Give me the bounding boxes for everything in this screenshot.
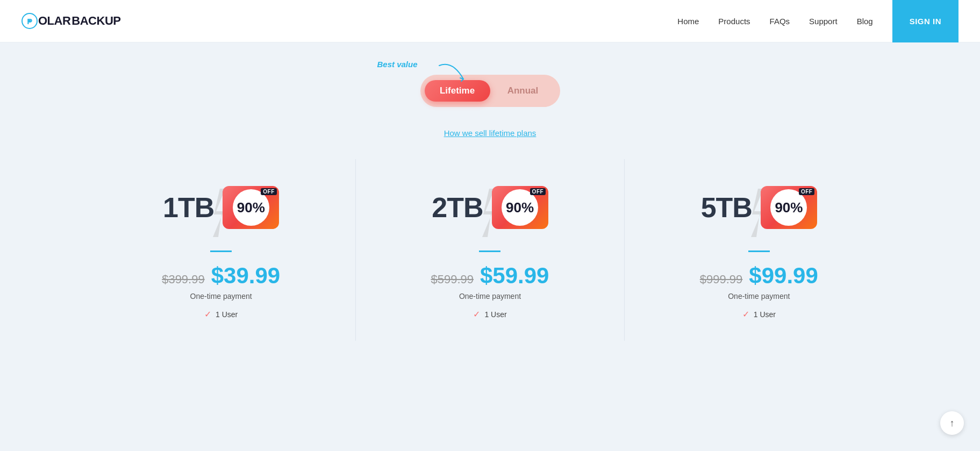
payment-type-1: One-time payment xyxy=(459,292,521,300)
payment-type-2: One-time payment xyxy=(728,292,790,300)
best-value-arrow xyxy=(437,63,469,84)
toggle-annual[interactable]: Annual xyxy=(490,80,556,102)
discount-pct-0: 90% xyxy=(237,201,265,214)
user-check-2: ✓ 1 User xyxy=(742,309,776,319)
original-price-0: $399.99 xyxy=(162,273,205,287)
how-we-sell-link[interactable]: How we sell lifetime plans xyxy=(444,128,537,138)
discount-circle-1: 90% OFF xyxy=(502,189,538,226)
header: P OLAR BACKUP Home Products FAQs Support… xyxy=(0,0,980,42)
nav-support[interactable]: Support xyxy=(809,17,838,26)
discount-pct-1: 90% xyxy=(506,201,534,214)
main-nav: Home Products FAQs Support Blog SIGN IN xyxy=(677,0,958,42)
plan-badge-0: 1TB 90% OFF xyxy=(163,181,279,234)
card-divider-0 xyxy=(210,250,232,252)
sale-price-2: $99.99 xyxy=(749,263,818,289)
check-icon-1: ✓ xyxy=(473,309,480,319)
pricing-cards-container: 1TB 90% OFF $399.99 $39 xyxy=(87,159,893,341)
plan-badge-2: 5TB 90% OFF xyxy=(701,181,817,234)
best-value-label: Best value xyxy=(377,60,418,69)
discount-tag-2: 90% OFF xyxy=(761,186,817,229)
discount-off-label-2: OFF xyxy=(799,188,815,195)
discount-tag-0: 90% OFF xyxy=(223,186,279,229)
pricing-card-5tb: 5TB 90% OFF $999.99 $99 xyxy=(625,159,893,341)
user-count-0: 1 User xyxy=(216,310,238,319)
main-content: Best value Lifetime Annual How we sell l… xyxy=(0,42,980,451)
signin-button[interactable]: SIGN IN xyxy=(892,0,958,42)
check-icon-0: ✓ xyxy=(204,309,211,319)
plan-badge-1: 2TB 90% OFF xyxy=(432,181,548,234)
pricing-card-1tb: 1TB 90% OFF $399.99 $39 xyxy=(87,159,356,341)
logo-p-circle: P xyxy=(22,13,38,29)
discount-off-label-0: OFF xyxy=(261,188,277,195)
discount-circle-0: 90% OFF xyxy=(233,189,269,226)
sale-price-0: $39.99 xyxy=(211,263,280,289)
discount-circle-2: 90% OFF xyxy=(770,189,807,226)
nav-home[interactable]: Home xyxy=(677,17,699,26)
nav-products[interactable]: Products xyxy=(718,17,750,26)
discount-pct-2: 90% xyxy=(775,201,803,214)
user-count-1: 1 User xyxy=(484,310,506,319)
user-check-1: ✓ 1 User xyxy=(473,309,506,319)
badge-group-2: 90% OFF xyxy=(761,186,817,229)
discount-tag-1: 90% OFF xyxy=(492,186,548,229)
card-divider-1 xyxy=(479,250,500,252)
nav-blog[interactable]: Blog xyxy=(857,17,873,26)
badge-group-1: 90% OFF xyxy=(492,186,548,229)
payment-type-0: One-time payment xyxy=(190,292,252,300)
badge-group-0: 90% OFF xyxy=(223,186,279,229)
scroll-to-top-button[interactable]: ↑ xyxy=(940,411,964,435)
pricing-card-2tb: 2TB 90% OFF $599.99 $59 xyxy=(356,159,625,341)
logo-polar-text: OLAR xyxy=(38,14,70,28)
original-price-1: $599.99 xyxy=(431,273,474,287)
plan-toggle-wrapper: Best value Lifetime Annual xyxy=(420,75,560,107)
discount-off-label-1: OFF xyxy=(530,188,546,195)
price-row-1: $599.99 $59.99 xyxy=(431,263,549,289)
sale-price-1: $59.99 xyxy=(480,263,549,289)
user-check-0: ✓ 1 User xyxy=(204,309,238,319)
original-price-2: $999.99 xyxy=(700,273,743,287)
logo: P OLAR BACKUP xyxy=(22,13,120,29)
check-icon-2: ✓ xyxy=(742,309,749,319)
logo-backup-text: BACKUP xyxy=(71,14,120,28)
user-count-2: 1 User xyxy=(754,310,776,319)
price-row-0: $399.99 $39.99 xyxy=(162,263,280,289)
price-row-2: $999.99 $99.99 xyxy=(700,263,818,289)
nav-faqs[interactable]: FAQs xyxy=(770,17,790,26)
card-divider-2 xyxy=(748,250,770,252)
